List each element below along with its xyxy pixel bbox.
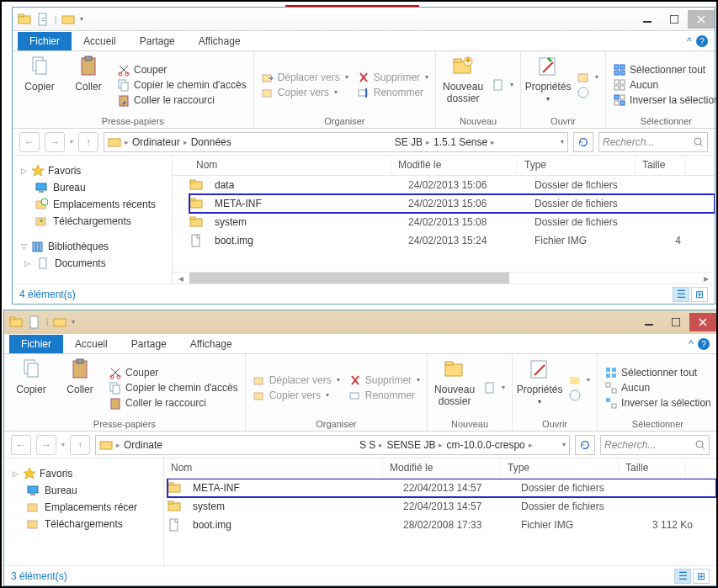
paste-shortcut-button[interactable]: Coller le raccourci (117, 93, 247, 107)
select-all-button[interactable]: Sélectionner tout (613, 63, 718, 77)
h-scrollbar[interactable]: ◂▸ (173, 272, 715, 283)
crumb-dropdown-icon[interactable]: ▾ (562, 441, 566, 448)
desktop-icon (26, 484, 40, 497)
history-dropdown-icon[interactable]: ▾ (70, 138, 73, 146)
sidebar-recent[interactable]: Emplacements récents (16, 196, 168, 213)
up-button[interactable]: ↑ (70, 435, 90, 455)
view-details-button[interactable]: ☰ (673, 287, 689, 302)
close-button[interactable] (689, 313, 716, 331)
sidebar-desktop[interactable]: Bureau (8, 482, 160, 499)
copy-path-button[interactable]: Copier le chemin d'accès (109, 381, 238, 395)
rename-button[interactable]: Renommer (348, 389, 420, 402)
new-doc-icon[interactable] (36, 13, 50, 26)
close-button[interactable] (688, 10, 715, 29)
breadcrumb[interactable]: ▸Ordinateur ▸Données SE JB ▸1.5.1 Sense … (104, 132, 568, 152)
history-dropdown-icon[interactable]: ▾ (61, 441, 65, 448)
up-button[interactable]: ↑ (78, 132, 98, 152)
maximize-button[interactable] (661, 10, 688, 29)
file-row[interactable]: system22/04/2013 14:57Dossier de fichier… (168, 497, 716, 516)
column-headers[interactable]: Nom Modifié le Type Taille (173, 156, 715, 176)
delete-button[interactable]: Supprimer▾ (357, 71, 428, 84)
search-input[interactable]: Recherch... (600, 435, 710, 455)
sidebar-desktop[interactable]: Bureau (16, 179, 168, 196)
view-details-button[interactable]: ☰ (674, 569, 691, 584)
back-button[interactable]: ← (11, 435, 31, 455)
help-icon[interactable]: ? (698, 338, 710, 350)
select-all-button[interactable]: Sélectionner tout (604, 366, 711, 379)
sidebar-documents[interactable]: ▷Documents (16, 255, 168, 272)
copy-button[interactable]: Copier (11, 358, 51, 417)
crumb-dropdown-icon[interactable]: ▾ (561, 138, 564, 146)
ribbon-expand[interactable]: ^ ? (682, 335, 716, 353)
invert-selection-button[interactable]: Inverser la sélection (604, 396, 711, 410)
breadcrumb[interactable]: ▸Ordinate S S ▸SENSE JB ▸cm-10.0.0-cresp… (95, 435, 570, 455)
help-icon[interactable]: ? (696, 35, 708, 47)
minimize-button[interactable] (634, 10, 661, 29)
cut-button[interactable]: Couper (109, 366, 238, 379)
open-button[interactable]: ▾ (577, 71, 598, 84)
tab-view[interactable]: Affichage (187, 32, 253, 50)
refresh-button[interactable] (573, 132, 593, 152)
file-row[interactable]: META-INF22/04/2013 14:57Dossier de fichi… (168, 479, 716, 497)
column-headers[interactable]: Nom Modifié le Type Taille (164, 458, 716, 479)
new-folder-button[interactable]: Nouveau dossier (434, 358, 475, 417)
file-row[interactable]: system24/02/2013 15:08Dossier de fichier… (189, 213, 715, 231)
search-input[interactable]: Recherch... (598, 132, 708, 152)
sidebar-downloads[interactable]: Téléchargements (16, 213, 168, 230)
copy-path-button[interactable]: Copier le chemin d'accès (117, 78, 247, 92)
new-item-button[interactable]: ▾ (483, 381, 505, 395)
libraries-header[interactable]: ▽Bibliothèques (16, 238, 168, 255)
svg-rect-64 (672, 318, 680, 326)
tab-view[interactable]: Affichage (178, 335, 244, 353)
tab-file[interactable]: Fichier (18, 32, 72, 50)
new-doc-icon[interactable] (28, 315, 41, 329)
tab-share[interactable]: Partage (120, 335, 178, 353)
new-item-button[interactable]: ▾ (492, 78, 513, 92)
forward-button[interactable]: → (36, 435, 56, 455)
favorites-header[interactable]: ▷Favoris (8, 465, 160, 482)
paste-button[interactable]: Coller (60, 358, 100, 417)
properties-button[interactable]: Propriétés▾ (519, 358, 560, 417)
tab-share[interactable]: Partage (128, 32, 187, 50)
sidebar-recent[interactable]: Emplacements récer (8, 499, 160, 516)
forward-button[interactable]: → (45, 132, 65, 152)
sidebar-downloads[interactable]: Téléchargements (8, 516, 160, 532)
back-button[interactable]: ← (19, 132, 40, 152)
favorites-header[interactable]: ▷Favoris (16, 162, 168, 179)
tab-home[interactable]: Accueil (72, 32, 128, 50)
copy-button[interactable]: Copier (19, 55, 60, 114)
select-none-button[interactable]: Aucun (613, 78, 718, 92)
paste-button[interactable]: Coller (68, 55, 109, 114)
move-to-button[interactable]: Déplacer vers▾ (261, 71, 348, 84)
ribbon-expand[interactable]: ^ ? (680, 32, 715, 50)
select-none-button[interactable]: Aucun (604, 381, 711, 395)
svg-rect-40 (614, 101, 619, 105)
invert-selection-button[interactable]: Inverser la sélection (613, 93, 718, 107)
copy-to-button[interactable]: Copier vers▾ (253, 389, 340, 402)
history-button[interactable] (577, 86, 598, 99)
copy-to-button[interactable]: Copier vers▾ (261, 86, 348, 99)
view-icons-button[interactable]: ⊞ (691, 287, 708, 302)
refresh-button[interactable] (575, 435, 595, 455)
qat-dropdown-icon[interactable]: ▾ (80, 15, 83, 23)
tab-file[interactable]: Fichier (9, 335, 63, 353)
rename-button[interactable]: Renommer (357, 86, 428, 99)
view-icons-button[interactable]: ⊞ (693, 569, 710, 584)
file-row[interactable]: boot.img24/02/2013 15:24Fichier IMG4 (189, 231, 715, 250)
new-folder-button[interactable]: ✦Nouveau dossier (443, 55, 483, 114)
maximize-button[interactable] (662, 313, 689, 331)
file-row[interactable]: data24/02/2013 15:06Dossier de fichiers (189, 176, 715, 194)
titlebar[interactable]: | ▾ (4, 310, 716, 334)
file-row[interactable]: META-INF24/02/2013 15:06Dossier de fichi… (189, 194, 715, 213)
minimize-button[interactable] (636, 313, 662, 331)
move-to-button[interactable]: Déplacer vers▾ (253, 373, 340, 387)
cut-button[interactable]: Couper (117, 63, 247, 77)
qat-dropdown-icon[interactable]: ▾ (72, 318, 75, 326)
svg-rect-29 (614, 65, 619, 69)
paste-shortcut-button[interactable]: Coller le raccourci (109, 396, 238, 410)
titlebar[interactable]: | ▾ (13, 8, 715, 31)
properties-button[interactable]: Propriétés▾ (528, 55, 568, 114)
tab-home[interactable]: Accueil (63, 335, 120, 353)
delete-button[interactable]: Supprimer▾ (348, 373, 420, 387)
file-row[interactable]: boot.img28/02/2008 17:33Fichier IMG3 112… (168, 516, 716, 534)
